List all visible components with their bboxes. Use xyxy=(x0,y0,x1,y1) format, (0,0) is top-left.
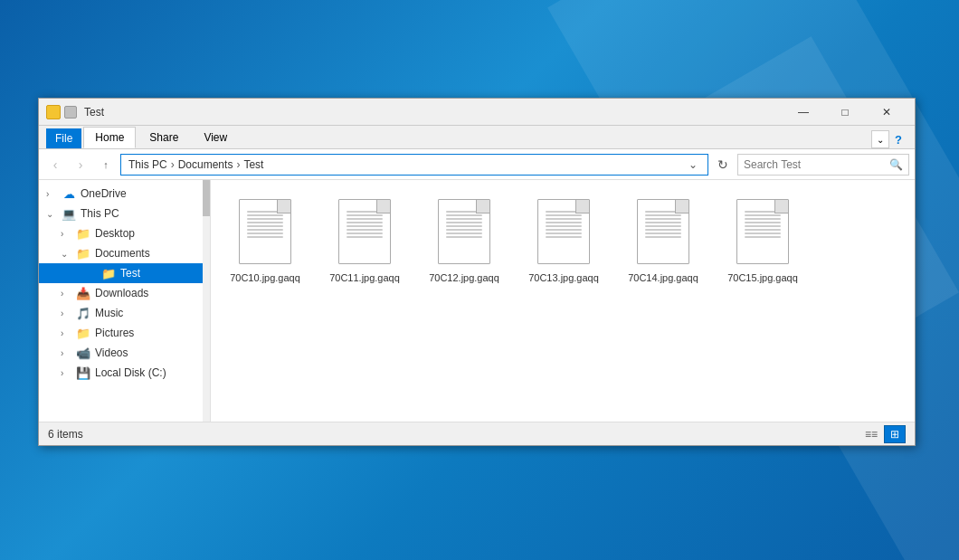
tab-home[interactable]: Home xyxy=(83,127,136,148)
file-line xyxy=(446,214,482,216)
file-line xyxy=(745,222,781,223)
folder-icon-small xyxy=(46,105,61,119)
sidebar-label-desktop: Desktop xyxy=(95,227,135,240)
file-item[interactable]: 70C13.jpg.gaqq xyxy=(518,189,609,290)
file-line xyxy=(745,211,781,213)
file-line xyxy=(347,225,383,227)
sidebar-item-desktop[interactable]: › 📁 Desktop xyxy=(39,223,210,243)
file-name: 70C15.jpg.gaqq xyxy=(727,271,798,284)
file-line xyxy=(645,222,681,223)
file-item[interactable]: 70C10.jpg.gaqq xyxy=(220,189,310,290)
sidebar-item-music[interactable]: › 🎵 Music xyxy=(39,303,210,323)
path-segment-thispc: This PC xyxy=(128,158,167,171)
forward-button[interactable]: › xyxy=(70,154,91,176)
pictures-icon: 📁 xyxy=(75,326,91,340)
file-line xyxy=(546,233,582,234)
main-content: › ☁ OneDrive ⌄ 💻 This PC › 📁 Desktop ⌄ 📁… xyxy=(39,180,915,422)
item-count: 6 items xyxy=(48,428,83,441)
file-icon-wrapper xyxy=(233,195,297,268)
file-line xyxy=(645,211,681,213)
file-line xyxy=(247,222,283,223)
file-icon-wrapper xyxy=(731,195,794,268)
back-button[interactable]: ‹ xyxy=(44,154,66,176)
address-path[interactable]: This PC › Documents › Test ⌄ xyxy=(120,154,708,176)
file-line xyxy=(247,236,283,238)
file-line xyxy=(745,233,781,234)
close-button[interactable]: ✕ xyxy=(866,99,907,126)
file-line xyxy=(645,214,681,216)
expand-arrow-documents: ⌄ xyxy=(61,249,75,259)
file-item[interactable]: 70C14.jpg.gaqq xyxy=(618,189,708,290)
sidebar-label-onedrive: OneDrive xyxy=(81,187,127,200)
file-line xyxy=(645,236,681,238)
file-line xyxy=(546,225,582,227)
file-line xyxy=(347,218,383,220)
maximize-button[interactable]: □ xyxy=(824,99,866,126)
tab-share[interactable]: Share xyxy=(138,127,190,148)
search-box: 🔍 xyxy=(737,154,909,176)
sidebar-label-test: Test xyxy=(120,267,140,280)
search-input[interactable] xyxy=(744,158,886,171)
file-line xyxy=(645,233,681,234)
file-icon-wrapper xyxy=(333,195,396,268)
sidebar-label-localdisk: Local Disk (C:) xyxy=(95,366,166,379)
details-view-button[interactable]: ≡≡ xyxy=(860,425,882,443)
ribbon-tabs: File Home Share View ⌄ ? xyxy=(39,126,915,149)
search-icon: 🔍 xyxy=(889,158,903,171)
address-dropdown-arrow[interactable]: ⌄ xyxy=(686,154,700,176)
file-line xyxy=(247,229,283,231)
file-line xyxy=(745,218,781,220)
sidebar-item-localdisk[interactable]: › 💾 Local Disk (C:) xyxy=(39,363,210,383)
minimize-button[interactable]: — xyxy=(783,99,824,126)
expand-arrow-pictures: › xyxy=(61,328,75,338)
up-button[interactable]: ↑ xyxy=(95,154,117,176)
refresh-button[interactable]: ↻ xyxy=(712,154,734,176)
sidebar-item-downloads[interactable]: › 📥 Downloads xyxy=(39,283,210,303)
sidebar-item-test[interactable]: 📁 Test xyxy=(39,263,210,283)
file-line xyxy=(446,225,482,227)
file-item[interactable]: 70C11.jpg.gaqq xyxy=(319,189,410,290)
help-button[interactable]: ? xyxy=(889,130,907,148)
music-icon: 🎵 xyxy=(75,306,91,320)
large-icons-view-button[interactable]: ⊞ xyxy=(884,425,906,443)
sidebar-item-documents[interactable]: ⌄ 📁 Documents xyxy=(39,243,210,263)
generic-file-icon xyxy=(637,199,689,264)
tab-file[interactable]: File xyxy=(46,128,81,148)
sidebar-item-videos[interactable]: › 📹 Videos xyxy=(39,343,210,363)
file-line xyxy=(347,233,383,234)
cloud-icon: ☁ xyxy=(61,186,77,201)
file-line xyxy=(347,214,383,216)
address-bar: ‹ › ↑ This PC › Documents › Test ⌄ ↻ 🔍 xyxy=(39,149,915,180)
file-area: 70C10.jpg.gaqq 70C11.jpg.gaqq 70C12.jpg.… xyxy=(211,180,915,422)
expand-arrow-onedrive: › xyxy=(46,189,61,199)
file-line xyxy=(745,225,781,227)
sidebar-label-pictures: Pictures xyxy=(95,327,134,339)
file-line xyxy=(546,214,582,216)
window-controls: — □ ✕ xyxy=(783,99,907,126)
sidebar-label-videos: Videos xyxy=(95,346,128,359)
quick-access-icon xyxy=(64,106,77,119)
file-item[interactable]: 70C15.jpg.gaqq xyxy=(717,189,808,290)
file-line xyxy=(347,229,383,231)
file-line xyxy=(645,229,681,231)
generic-file-icon xyxy=(438,199,490,264)
sidebar-item-pictures[interactable]: › 📁 Pictures xyxy=(39,323,210,343)
file-line xyxy=(546,222,582,223)
drive-icon: 💾 xyxy=(75,365,91,380)
large-icons-view-icon: ⊞ xyxy=(890,428,899,441)
tab-view[interactable]: View xyxy=(192,127,239,148)
file-line xyxy=(446,222,482,223)
generic-file-icon xyxy=(239,199,291,264)
file-line xyxy=(745,229,781,231)
file-line xyxy=(347,211,383,213)
file-item[interactable]: 70C12.jpg.gaqq xyxy=(419,189,509,290)
file-line xyxy=(546,211,582,213)
sidebar-label-music: Music xyxy=(95,307,123,319)
expand-arrow-music: › xyxy=(61,308,75,318)
sidebar-item-thispc[interactable]: ⌄ 💻 This PC xyxy=(39,204,210,223)
ribbon-expand-button[interactable]: ⌄ xyxy=(871,130,889,148)
file-name: 70C12.jpg.gaqq xyxy=(429,271,499,284)
sidebar-scrollbar[interactable] xyxy=(203,180,210,422)
sidebar-scrollbar-thumb[interactable] xyxy=(203,180,210,216)
sidebar-item-onedrive[interactable]: › ☁ OneDrive xyxy=(39,184,210,204)
